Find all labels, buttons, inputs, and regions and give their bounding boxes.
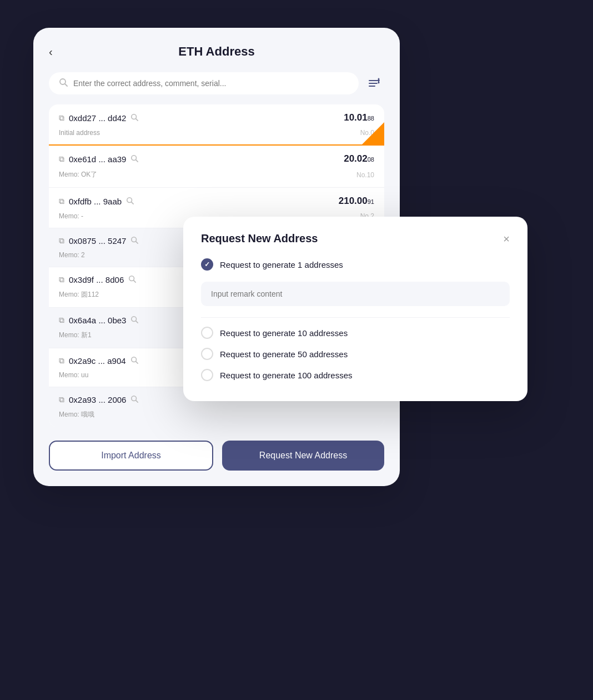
- search-addr-icon-4[interactable]: [128, 275, 136, 284]
- memo-2: Memo: -: [59, 212, 83, 220]
- page-title: ETH Address: [178, 44, 254, 59]
- address-text-5: 0x6a4a ... 0be3: [69, 316, 126, 325]
- request-new-address-button[interactable]: Request New Address: [222, 441, 384, 471]
- search-addr-icon-2[interactable]: [126, 197, 134, 206]
- search-bar: [49, 72, 384, 94]
- svg-line-23: [136, 401, 138, 403]
- orange-corner-0: [362, 122, 384, 144]
- modal-title: Request New Address: [201, 232, 318, 245]
- search-input-wrapper: [49, 72, 359, 94]
- copy-icon-2[interactable]: ⧉: [59, 197, 64, 206]
- search-addr-icon-3[interactable]: [130, 236, 138, 246]
- copy-icon-4[interactable]: ⧉: [59, 275, 64, 284]
- bottom-buttons: Import Address Request New Address: [49, 441, 384, 471]
- radio-option-3[interactable]: Request to generate 50 addresses: [201, 348, 510, 360]
- copy-icon-3[interactable]: ⧉: [59, 236, 64, 246]
- address-item-0[interactable]: ⧉ 0xdd27 ... dd42 10.0188: [49, 104, 384, 146]
- address-text-0: 0xdd27 ... dd42: [69, 113, 126, 123]
- address-text-4: 0x3d9f ... 8d06: [69, 275, 124, 284]
- amount-main-0: 10.0188: [344, 112, 374, 123]
- radio-option-2[interactable]: Request to generate 10 addresses: [201, 327, 510, 339]
- modal-dialog: Request New Address × Request to generat…: [183, 217, 527, 401]
- svg-line-15: [136, 242, 138, 244]
- search-addr-icon-5[interactable]: [130, 316, 138, 325]
- divider: [201, 317, 510, 318]
- search-addr-icon-7[interactable]: [130, 395, 138, 404]
- svg-line-9: [136, 118, 138, 121]
- search-addr-icon-1[interactable]: [130, 154, 138, 164]
- search-icon: [59, 78, 68, 89]
- no-1: No.10: [356, 171, 374, 179]
- radio-label-2: Request to generate 10 addresses: [220, 328, 348, 338]
- search-addr-icon-6[interactable]: [130, 356, 138, 366]
- svg-line-13: [132, 202, 134, 204]
- copy-icon-6[interactable]: ⧉: [59, 356, 64, 366]
- radio-label-4: Request to generate 100 addresses: [220, 371, 353, 380]
- svg-line-1: [65, 84, 67, 86]
- amount-main-2: 210.0091: [339, 196, 374, 206]
- memo-6: Memo: uu: [59, 371, 88, 379]
- search-input[interactable]: [73, 79, 349, 88]
- address-text-7: 0x2a93 ... 2006: [69, 395, 126, 404]
- radio-circle-3: [201, 348, 213, 360]
- modal-header: Request New Address ×: [201, 232, 510, 245]
- svg-marker-7: [378, 82, 380, 84]
- radio-option-1[interactable]: Request to generate 1 addresses: [201, 258, 510, 271]
- radio-option-4[interactable]: Request to generate 100 addresses: [201, 369, 510, 381]
- svg-line-19: [136, 321, 138, 323]
- radio-circle-2: [201, 327, 213, 339]
- memo-0: Initial address: [59, 129, 100, 137]
- search-addr-icon-0[interactable]: [130, 113, 138, 123]
- memo-5: Memo: 新1: [59, 331, 92, 340]
- memo-3: Memo: 2: [59, 251, 85, 259]
- radio-circle-4: [201, 369, 213, 381]
- radio-label-1: Request to generate 1 addresses: [220, 260, 343, 269]
- remark-input[interactable]: [201, 282, 510, 306]
- header: ‹ ETH Address: [49, 44, 384, 59]
- memo-4: Memo: 圆112: [59, 290, 99, 299]
- copy-icon-7[interactable]: ⧉: [59, 395, 64, 404]
- amount-main-1: 20.0208: [344, 153, 374, 164]
- import-address-button[interactable]: Import Address: [49, 441, 213, 471]
- address-text-3: 0x0875 ... 5247: [69, 236, 126, 246]
- screen-wrapper: ‹ ETH Address: [0, 0, 593, 700]
- address-text-6: 0x2a9c ... a904: [69, 356, 126, 366]
- copy-icon-0[interactable]: ⧉: [59, 113, 64, 123]
- memo-1: Memo: OK了: [59, 170, 97, 179]
- radio-circle-1: [201, 258, 213, 271]
- address-text-2: 0xfdfb ... 9aab: [69, 197, 122, 206]
- copy-icon-1[interactable]: ⧉: [59, 154, 64, 164]
- svg-line-11: [136, 159, 138, 162]
- address-item-1[interactable]: ⧉ 0xe61d ... aa39 20.0208: [49, 146, 384, 188]
- copy-icon-5[interactable]: ⧉: [59, 316, 64, 325]
- modal-close-button[interactable]: ×: [503, 233, 510, 244]
- filter-button[interactable]: [364, 73, 384, 93]
- address-text-1: 0xe61d ... aa39: [69, 154, 126, 164]
- svg-marker-6: [378, 78, 380, 79]
- radio-label-3: Request to generate 50 addresses: [220, 349, 348, 359]
- back-button[interactable]: ‹: [49, 46, 53, 58]
- svg-line-21: [135, 362, 138, 364]
- svg-line-17: [134, 281, 136, 283]
- memo-7: Memo: 哦哦: [59, 410, 94, 419]
